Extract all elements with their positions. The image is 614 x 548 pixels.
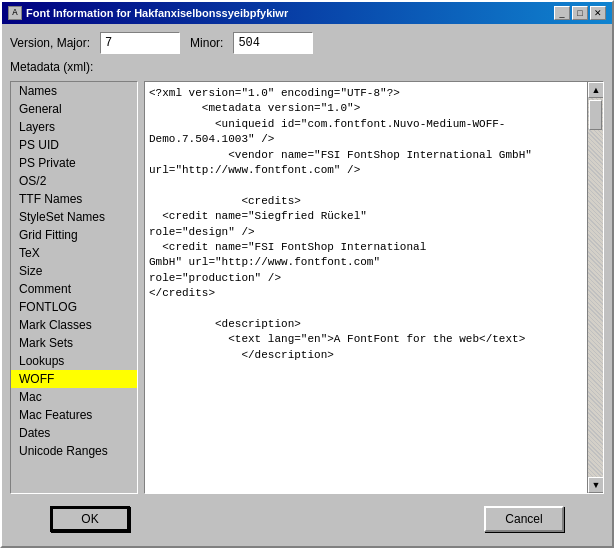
sidebar-item-mac[interactable]: Mac — [11, 388, 137, 406]
sidebar-item-mark-classes[interactable]: Mark Classes — [11, 316, 137, 334]
title-bar: A Font Information for Hakfanxiselbonssy… — [2, 2, 612, 24]
close-button[interactable]: ✕ — [590, 6, 606, 20]
maximize-button[interactable]: □ — [572, 6, 588, 20]
sidebar-item-styleset-names[interactable]: StyleSet Names — [11, 208, 137, 226]
sidebar-item-general[interactable]: General — [11, 100, 137, 118]
sidebar-item-ps-uid[interactable]: PS UID — [11, 136, 137, 154]
sidebar-item-size[interactable]: Size — [11, 262, 137, 280]
sidebar: NamesGeneralLayersPS UIDPS PrivateOS/2TT… — [10, 81, 138, 494]
metadata-label: Metadata (xml): — [10, 60, 604, 75]
sidebar-item-fontlog[interactable]: FONTLOG — [11, 298, 137, 316]
sidebar-item-mac-features[interactable]: Mac Features — [11, 406, 137, 424]
scroll-thumb — [589, 100, 602, 130]
window-icon: A — [8, 6, 22, 20]
title-bar-left: A Font Information for Hakfanxiselbonssy… — [8, 6, 288, 20]
xml-area-wrapper: ▲ ▼ — [144, 81, 604, 494]
xml-textarea[interactable] — [145, 82, 587, 493]
ok-button[interactable]: OK — [50, 506, 130, 532]
sidebar-item-grid-fitting[interactable]: Grid Fitting — [11, 226, 137, 244]
middle-area: NamesGeneralLayersPS UIDPS PrivateOS/2TT… — [10, 81, 604, 494]
sidebar-item-os2[interactable]: OS/2 — [11, 172, 137, 190]
vertical-scrollbar: ▲ ▼ — [587, 82, 603, 493]
sidebar-item-ttf-names[interactable]: TTF Names — [11, 190, 137, 208]
window-title: Font Information for Hakfanxiselbonssyei… — [26, 7, 288, 19]
version-major-label: Version, Major: — [10, 36, 90, 50]
scroll-down-button[interactable]: ▼ — [588, 477, 604, 493]
sidebar-item-layers[interactable]: Layers — [11, 118, 137, 136]
sidebar-item-woff[interactable]: WOFF — [11, 370, 137, 388]
cancel-button[interactable]: Cancel — [484, 506, 564, 532]
minimize-button[interactable]: _ — [554, 6, 570, 20]
sidebar-item-dates[interactable]: Dates — [11, 424, 137, 442]
content-area: Version, Major: Minor: Metadata (xml): N… — [2, 24, 612, 546]
sidebar-item-unicode-ranges[interactable]: Unicode Ranges — [11, 442, 137, 460]
scroll-track[interactable] — [588, 98, 603, 477]
bottom-bar: OK Cancel — [10, 500, 604, 538]
sidebar-item-lookups[interactable]: Lookups — [11, 352, 137, 370]
sidebar-item-names[interactable]: Names — [11, 82, 137, 100]
main-window: A Font Information for Hakfanxiselbonssy… — [0, 0, 614, 548]
sidebar-item-comment[interactable]: Comment — [11, 280, 137, 298]
version-minor-label: Minor: — [190, 36, 223, 50]
title-bar-buttons: _ □ ✕ — [554, 6, 606, 20]
version-row: Version, Major: Minor: — [10, 32, 604, 54]
scroll-up-button[interactable]: ▲ — [588, 82, 604, 98]
sidebar-item-ps-private[interactable]: PS Private — [11, 154, 137, 172]
sidebar-item-mark-sets[interactable]: Mark Sets — [11, 334, 137, 352]
version-major-input[interactable] — [100, 32, 180, 54]
sidebar-item-tex[interactable]: TeX — [11, 244, 137, 262]
main-panel: ▲ ▼ — [144, 81, 604, 494]
version-minor-input[interactable] — [233, 32, 313, 54]
